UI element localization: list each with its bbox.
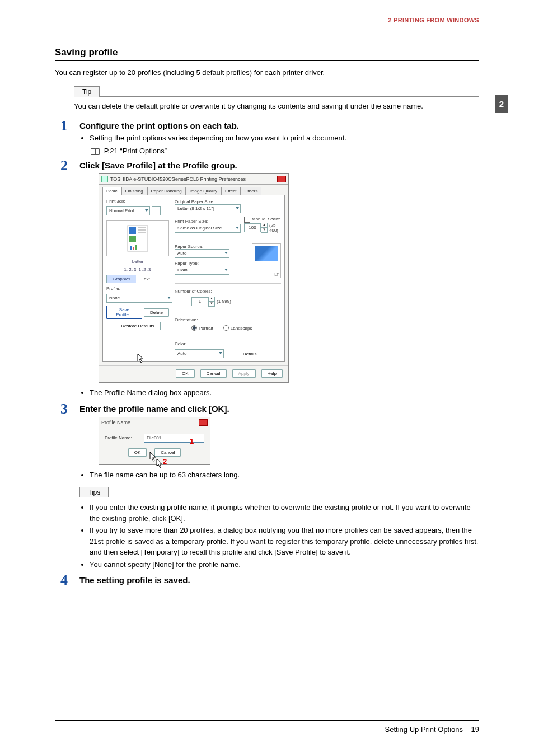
print-prefs-dialog: TOSHIBA e-STUDIO4520CSeriesPCL6 Printing…: [99, 173, 289, 383]
svg-rect-3: [138, 227, 146, 228]
copies-spinner[interactable]: 1▲▼: [191, 297, 215, 307]
dialog-title: TOSHIBA e-STUDIO4520CSeriesPCL6 Printing…: [110, 176, 246, 182]
profile-name-input[interactable]: File001: [144, 434, 204, 443]
step-title: The setting profile is saved.: [79, 575, 479, 585]
tip-text: You can delete the default profile or ov…: [74, 101, 479, 112]
close-icon[interactable]: [277, 176, 286, 182]
svg-rect-1: [129, 227, 136, 234]
color-select[interactable]: Auto: [175, 349, 224, 358]
chapter-thumb-tab: 2: [495, 95, 508, 113]
tab-paper-handling[interactable]: Paper Handling: [147, 187, 186, 195]
step-1: 1 Configure the print options on each ta…: [55, 121, 479, 156]
ref-text: P.21 “Print Options”: [104, 147, 167, 155]
paper-type-label: Paper Type:: [175, 261, 199, 266]
book-icon: [91, 148, 100, 155]
footer-page: 19: [471, 725, 479, 734]
restore-defaults-button[interactable]: Restore Defaults: [115, 322, 161, 330]
step1-bullet: Setting the print options varies dependi…: [90, 133, 479, 144]
tips-item: You cannot specify [None] for the profil…: [90, 559, 479, 570]
profile-label: Profile:: [106, 286, 169, 291]
titlebar: Profile Name: [99, 417, 210, 428]
copies-label: Number of Copies:: [175, 289, 281, 294]
toggle-text[interactable]: Text: [136, 275, 156, 283]
titlebar: TOSHIBA e-STUDIO4520CSeriesPCL6 Printing…: [99, 174, 288, 185]
step-number: 4: [60, 572, 68, 589]
manual-scale-label: Manual Scale:: [244, 217, 280, 222]
tips-box: Tips: [79, 487, 479, 497]
step-title: Enter the profile name and click [OK].: [79, 404, 479, 414]
svg-rect-5: [138, 232, 146, 233]
printer-illustration: LT: [252, 243, 281, 278]
ok-button[interactable]: OK: [128, 448, 147, 457]
step-title: Configure the print options on each tab.: [79, 121, 479, 130]
step-title: Click [Save Profile] at the Profile grou…: [79, 161, 479, 170]
color-details-button[interactable]: Details...: [237, 350, 266, 358]
step-number: 3: [60, 401, 68, 417]
cross-ref: P.21 “Print Options”: [91, 147, 479, 155]
callout-1: 1: [190, 437, 194, 445]
manual-scale-range: (25-400): [269, 223, 281, 233]
orig-size-select[interactable]: Letter (8 1/2 x 11"): [175, 204, 241, 213]
app-icon: [101, 176, 108, 182]
intro-text: You can register up to 20 profiles (incl…: [55, 68, 479, 78]
portrait-radio[interactable]: Portrait: [191, 325, 213, 331]
tips-label: Tips: [79, 487, 109, 497]
section-title: Saving profile: [55, 47, 479, 58]
ok-button[interactable]: OK: [176, 369, 195, 378]
cancel-button[interactable]: Cancel: [154, 448, 181, 457]
profile-name-label: Profile Name:: [105, 435, 138, 440]
paper-type-select[interactable]: Plain: [175, 266, 229, 275]
manual-scale-spinner[interactable]: 100▲▼: [244, 223, 268, 233]
tab-others[interactable]: Others: [240, 187, 261, 195]
toggle-graphics[interactable]: Graphics: [107, 275, 136, 283]
svg-rect-7: [130, 246, 132, 250]
dialog-title: Profile Name: [101, 420, 130, 425]
preview-thumb: [106, 220, 169, 256]
save-profile-button[interactable]: Save Profile...: [106, 306, 142, 319]
print-job-label: Print Job:: [106, 199, 169, 204]
svg-rect-8: [133, 247, 134, 250]
step-4: 4 The setting profile is saved.: [55, 575, 479, 585]
landscape-radio[interactable]: Landscape: [223, 325, 252, 331]
tips-item: If you try to save more than 20 profiles…: [90, 525, 479, 558]
tip-label: Tip: [74, 86, 100, 97]
footer-section: Setting Up Print Options: [385, 725, 463, 734]
profile-select[interactable]: None: [106, 294, 172, 303]
step-2: 2 Click [Save Profile] at the Profile gr…: [55, 161, 479, 398]
pages-caption: 1.2.3 1.2.3: [106, 267, 169, 272]
step2-note: The Profile Name dialog box appears.: [90, 387, 479, 398]
preview-mode-toggle[interactable]: Graphics Text: [106, 275, 156, 283]
copies-range: (1-999): [217, 299, 231, 304]
step-number: 2: [60, 157, 68, 174]
preview-caption: Letter: [106, 259, 169, 264]
delete-profile-button[interactable]: Delete: [144, 308, 169, 317]
close-icon[interactable]: [199, 419, 208, 426]
svg-rect-9: [135, 245, 137, 250]
step-3: 3 Enter the profile name and click [OK].…: [55, 404, 479, 570]
tips-item: If you enter the existing profile name, …: [90, 502, 479, 524]
paper-source-select[interactable]: Auto: [175, 249, 229, 258]
paper-source-label: Paper Source:: [175, 244, 203, 249]
tab-basic[interactable]: Basic: [102, 187, 121, 195]
page-header: 2 PRINTING FROM WINDOWS: [55, 17, 479, 24]
callout-2: 2: [163, 457, 167, 466]
step3-note: The file name can be up to 63 characters…: [90, 469, 479, 481]
apply-button[interactable]: Apply: [232, 369, 256, 378]
manual-scale-checkbox[interactable]: [244, 217, 250, 223]
step-number: 1: [60, 118, 68, 134]
page-footer: Setting Up Print Options 19: [55, 720, 479, 734]
svg-rect-2: [129, 236, 136, 242]
print-job-select[interactable]: Normal Print: [106, 206, 150, 215]
tab-image-quality[interactable]: Image Quality: [186, 187, 221, 195]
print-job-detail-button[interactable]: ...: [152, 206, 161, 215]
svg-rect-4: [138, 229, 146, 231]
tab-strip: Basic Finishing Paper Handling Image Qua…: [102, 187, 285, 195]
tab-finishing[interactable]: Finishing: [121, 187, 147, 195]
cancel-button[interactable]: Cancel: [200, 369, 227, 378]
print-size-select[interactable]: Same as Original Size: [175, 224, 241, 233]
tab-effect[interactable]: Effect: [221, 187, 240, 195]
section-rule: [55, 60, 479, 61]
orientation-label: Orientation:: [175, 317, 281, 322]
help-button[interactable]: Help: [261, 369, 283, 378]
profile-name-dialog: Profile Name Profile Name: File001 OK Ca…: [99, 417, 210, 465]
